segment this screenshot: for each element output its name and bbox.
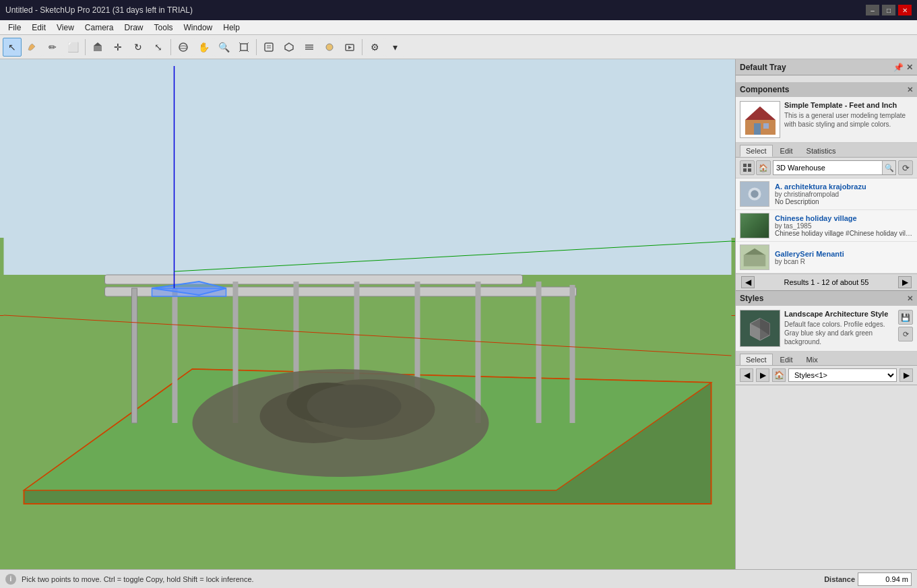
svg-rect-19 bbox=[4, 59, 732, 275]
styles-panel: Styles ✕ Landscape Architecture Sty bbox=[736, 291, 917, 385]
svg-rect-9 bbox=[265, 43, 273, 51]
style-save-icon[interactable]: 💾 bbox=[898, 310, 913, 325]
tool-pan[interactable]: ✋ bbox=[194, 38, 213, 57]
home-icon[interactable]: 🏠 bbox=[756, 160, 771, 175]
tool-components[interactable] bbox=[280, 38, 298, 57]
tray-spacer bbox=[736, 75, 917, 82]
menu-camera[interactable]: Camera bbox=[80, 22, 119, 34]
scene-svg bbox=[0, 59, 735, 569]
statusbar: i Pick two points to move. Ctrl = toggle… bbox=[0, 569, 917, 588]
tool-pushpull[interactable] bbox=[88, 38, 107, 57]
style-apply-button[interactable]: ▶ bbox=[899, 368, 913, 382]
components-panel: Components ✕ Simple Template - Feet and … bbox=[736, 82, 917, 291]
pagination-prev[interactable]: ◀ bbox=[741, 276, 755, 288]
tab-style-select[interactable]: Select bbox=[740, 354, 773, 365]
tab-style-edit[interactable]: Edit bbox=[774, 354, 799, 365]
svg-point-3 bbox=[179, 46, 187, 48]
component-thumbnail bbox=[740, 101, 780, 138]
styles-section-title: Styles bbox=[740, 294, 763, 303]
component-tabs: Select Edit Statistics bbox=[736, 143, 917, 158]
components-close-icon[interactable]: ✕ bbox=[907, 86, 913, 94]
tab-edit[interactable]: Edit bbox=[774, 145, 799, 157]
tool-zoom[interactable]: 🔍 bbox=[214, 38, 233, 57]
maximize-button[interactable]: □ bbox=[882, 5, 895, 15]
list-item[interactable]: Chinese holiday village by tas_1985 Chin… bbox=[736, 210, 917, 242]
tool-more[interactable]: ▾ bbox=[385, 38, 404, 57]
window-controls: – □ ✕ bbox=[866, 5, 912, 15]
list-item-desc: No Description bbox=[775, 198, 913, 205]
styles-section-header[interactable]: Styles ✕ bbox=[736, 291, 917, 306]
tray-controls: 📌 ✕ bbox=[893, 63, 913, 72]
menu-view[interactable]: View bbox=[51, 22, 80, 34]
tab-statistics[interactable]: Statistics bbox=[800, 145, 842, 157]
tool-pencil[interactable]: ✏ bbox=[43, 38, 62, 57]
search-go-button[interactable]: 🔍 bbox=[882, 161, 895, 174]
tool-rotate[interactable]: ↻ bbox=[129, 38, 148, 57]
right-panel: Default Tray 📌 ✕ Components ✕ bbox=[735, 59, 917, 569]
panel-empty-space bbox=[736, 385, 917, 569]
svg-marker-1 bbox=[94, 42, 102, 46]
style-dropdown[interactable]: Styles<1> Styles<2> In Model bbox=[788, 368, 897, 382]
list-item[interactable]: GallerySeri Menanti by bcan R bbox=[736, 242, 917, 273]
styles-close-icon[interactable]: ✕ bbox=[907, 294, 913, 303]
list-item-author: by christinafrompolad bbox=[775, 191, 913, 198]
tab-style-mix[interactable]: Mix bbox=[800, 354, 824, 365]
style-action-group: 💾 ⟳ bbox=[898, 310, 913, 341]
component-title: Simple Template - Feet and Inch bbox=[784, 101, 913, 109]
tool-styles[interactable] bbox=[320, 38, 339, 57]
close-button[interactable]: ✕ bbox=[898, 5, 912, 15]
style-tabs: Select Edit Mix bbox=[736, 352, 917, 366]
components-section-header[interactable]: Components ✕ bbox=[736, 82, 917, 97]
menu-edit[interactable]: Edit bbox=[26, 22, 51, 34]
style-thumbnail bbox=[740, 310, 780, 347]
tool-zoom-ext[interactable] bbox=[234, 38, 253, 57]
menu-help[interactable]: Help bbox=[218, 22, 245, 34]
menu-window[interactable]: Window bbox=[179, 22, 218, 34]
search-refresh-button[interactable]: ⟳ bbox=[898, 160, 913, 175]
list-item[interactable]: A. architektura krajobrazu by christinaf… bbox=[736, 178, 917, 210]
tool-layers[interactable] bbox=[300, 38, 319, 57]
tray-close-icon[interactable]: ✕ bbox=[906, 63, 913, 72]
svg-point-16 bbox=[326, 44, 333, 51]
view-grid-icon[interactable] bbox=[740, 160, 755, 175]
list-item-info: Chinese holiday village by tas_1985 Chin… bbox=[775, 214, 913, 237]
style-back-button[interactable]: ◀ bbox=[740, 368, 753, 382]
style-forward-button[interactable]: ▶ bbox=[756, 368, 769, 382]
search-input[interactable] bbox=[773, 162, 882, 173]
list-item-author: by tas_1985 bbox=[775, 222, 913, 230]
component-list[interactable]: A. architektura krajobrazu by christinaf… bbox=[736, 178, 917, 273]
tool-orbit[interactable] bbox=[174, 38, 193, 57]
tool-scenes[interactable] bbox=[340, 38, 359, 57]
svg-rect-26 bbox=[172, 288, 178, 423]
menu-tools[interactable]: Tools bbox=[149, 22, 179, 34]
status-distance: Distance bbox=[824, 573, 912, 586]
pagination-next[interactable]: ▶ bbox=[898, 276, 912, 288]
list-item-thumbnail bbox=[740, 181, 769, 207]
component-search-bar: 🏠 🔍 ⟳ bbox=[736, 158, 917, 178]
minimize-button[interactable]: – bbox=[866, 5, 879, 15]
tool-entity-info[interactable] bbox=[259, 38, 278, 57]
list-item-author: by bcan R bbox=[775, 258, 913, 265]
toolbar: ↖ ✏ ⬜ ✛ ↻ ⤡ ✋ 🔍 ⚙ ▾ bbox=[0, 35, 917, 59]
menu-file[interactable]: File bbox=[3, 22, 26, 34]
tab-select[interactable]: Select bbox=[740, 145, 773, 157]
tool-shapes[interactable]: ⬜ bbox=[63, 38, 82, 57]
tool-paint[interactable] bbox=[23, 38, 42, 57]
list-item-thumb-img bbox=[740, 214, 769, 238]
list-item-info: GallerySeri Menanti by bcan R bbox=[775, 250, 913, 265]
toolbar-sep4 bbox=[362, 39, 362, 55]
style-reload-icon[interactable]: ⟳ bbox=[898, 327, 913, 341]
component-description: This is a general user modeling template… bbox=[784, 111, 913, 129]
tool-move[interactable]: ✛ bbox=[108, 38, 127, 57]
tool-settings[interactable]: ⚙ bbox=[365, 38, 384, 57]
svg-rect-23 bbox=[105, 275, 523, 284]
tray-pin-icon[interactable]: 📌 bbox=[893, 63, 904, 72]
components-section-title: Components bbox=[740, 85, 789, 94]
menu-draw[interactable]: Draw bbox=[119, 22, 149, 34]
tool-scale[interactable]: ⤡ bbox=[149, 38, 168, 57]
tool-select[interactable]: ↖ bbox=[3, 38, 22, 57]
list-item-desc: Chinese holiday village #Chinese holiday… bbox=[775, 230, 913, 237]
viewport[interactable] bbox=[0, 59, 735, 569]
distance-input[interactable] bbox=[858, 573, 912, 586]
style-home-button[interactable]: 🏠 bbox=[772, 368, 786, 382]
